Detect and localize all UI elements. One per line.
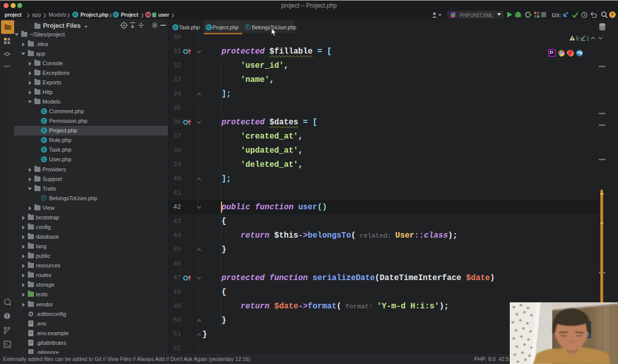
svg-text:1: 1 [587,36,590,41]
svg-text:6: 6 [576,36,579,41]
